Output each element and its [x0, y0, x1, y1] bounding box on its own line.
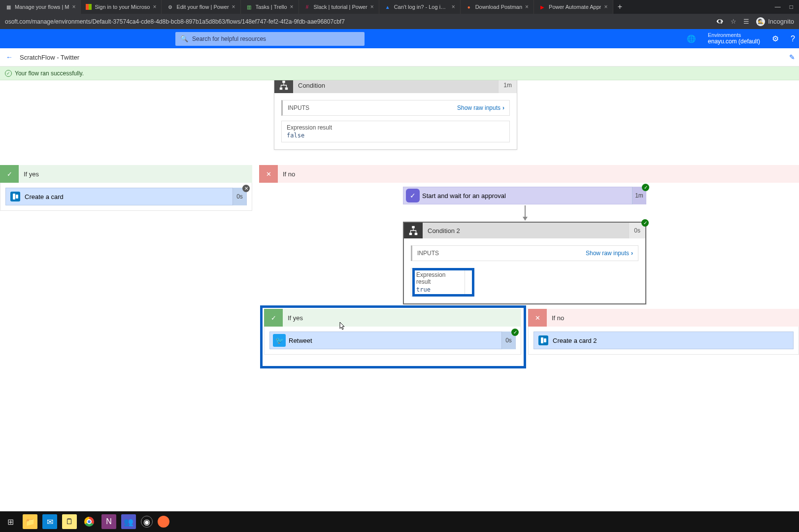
show-raw-inputs-link[interactable]: Show raw inputs ›: [586, 250, 633, 257]
condition-icon: [404, 223, 423, 238]
favicon-youtube: ▶: [539, 3, 546, 10]
action-title: Create a card: [25, 193, 64, 200]
tab-label: Power Automate Appr: [549, 4, 601, 10]
success-icon: ✓: [641, 219, 649, 227]
flow-canvas[interactable]: Condition 1m INPUTS Show raw inputs › Ex…: [0, 80, 799, 511]
expr-label: Expression result: [416, 271, 460, 285]
onenote-icon[interactable]: N: [101, 514, 116, 529]
incognito-icon: 🕵: [756, 17, 765, 26]
favicon-pa: ⚙: [166, 3, 173, 10]
skipped-icon: ✕: [242, 185, 250, 192]
edit-icon[interactable]: ✎: [789, 53, 795, 61]
explorer-icon[interactable]: 📁: [23, 514, 37, 529]
postman-icon[interactable]: [158, 516, 169, 528]
approval-action[interactable]: ✓ Start and wait for an approval 1m ✓: [403, 187, 646, 204]
start-button[interactable]: ⊞: [3, 514, 18, 529]
windows-taskbar: ⊞ 📁 ✉ 🗒 N 👥 ◉: [0, 511, 799, 532]
cross-icon: ✕: [528, 309, 547, 327]
expr-label: Expression result: [287, 124, 504, 131]
close-icon[interactable]: ×: [525, 3, 529, 10]
svg-rect-1: [280, 88, 283, 90]
search-box[interactable]: 🔍 Search for helpful resources: [175, 32, 365, 46]
svg-rect-5: [415, 233, 418, 235]
favicon-trello: ▥: [246, 3, 253, 10]
url-text[interactable]: osoft.com/manage/environments/Default-37…: [5, 18, 711, 25]
help-icon[interactable]: ?: [791, 34, 795, 43]
flow-header: ← ScratchFlow - Twitter ✎: [0, 48, 799, 66]
address-bar: osoft.com/manage/environments/Default-37…: [0, 14, 799, 29]
environment-icon[interactable]: 🌐: [687, 34, 696, 43]
bookmark-icon[interactable]: ☆: [731, 18, 736, 25]
success-icon: ✓: [642, 184, 649, 191]
favicon-atlassian: ▲: [384, 3, 391, 10]
tab-atlassian[interactable]: ▲ Can't log in? - Log in w ×: [379, 0, 461, 14]
if-yes-header[interactable]: ✓ If yes: [0, 165, 252, 183]
new-tab-button[interactable]: +: [613, 0, 627, 14]
tab-label: Download Postman: [475, 4, 522, 10]
tab-label: Slack | tutorial | Power: [314, 4, 367, 10]
action-title: Retweet: [289, 337, 312, 344]
if-no-header[interactable]: ✕ If no: [259, 165, 799, 183]
close-icon[interactable]: ×: [452, 3, 455, 10]
favicon-slack: #: [304, 3, 311, 10]
maximize-icon[interactable]: □: [790, 3, 793, 10]
incognito-badge: 🕵 Incognito: [756, 17, 794, 26]
favicon-ms: [86, 4, 92, 10]
svg-rect-2: [285, 88, 288, 90]
trello-create-card2-action[interactable]: Create a card 2: [533, 332, 794, 349]
tab-trello[interactable]: ▥ Tasks | Trello ×: [241, 0, 299, 14]
chevron-right-icon: ›: [502, 104, 504, 111]
obs-icon[interactable]: ◉: [141, 516, 153, 528]
raw-link-text: Show raw inputs: [586, 250, 629, 257]
svg-rect-3: [412, 226, 415, 229]
condition-card[interactable]: Condition 1m INPUTS Show raw inputs › Ex…: [274, 80, 517, 150]
tracking-off-icon[interactable]: 👁‍🗨: [716, 18, 724, 25]
gear-icon[interactable]: ⚙: [772, 34, 779, 43]
show-raw-inputs-link[interactable]: Show raw inputs ›: [457, 104, 504, 111]
trello-icon: [534, 332, 553, 349]
teams-icon[interactable]: 👥: [121, 514, 136, 529]
tab-postman[interactable]: ● Download Postman ×: [461, 0, 534, 14]
if-no-label: If no: [278, 170, 300, 178]
tab-label: Can't log in? - Log in w: [394, 4, 449, 10]
tab-signin[interactable]: Sign in to your Microso ×: [81, 0, 162, 14]
tab-label: Tasks | Trello: [256, 4, 287, 10]
if-yes-label: If yes: [19, 170, 44, 178]
close-icon[interactable]: ×: [153, 3, 156, 10]
tab-manage-flows[interactable]: ▦ Manage your flows | M ×: [0, 0, 81, 14]
favicon-postman: ●: [466, 3, 472, 10]
back-button[interactable]: ←: [6, 53, 13, 61]
favicon-flow: ▦: [5, 3, 12, 10]
check-icon: ✓: [5, 70, 12, 77]
svg-rect-0: [282, 81, 285, 83]
expression-result-box: Expression result true: [411, 268, 465, 297]
reading-list-icon[interactable]: ☰: [743, 18, 749, 25]
minimize-icon[interactable]: —: [775, 3, 781, 10]
if-no-header[interactable]: ✕ If no: [528, 309, 799, 327]
env-label: Environments: [708, 32, 760, 38]
tab-youtube[interactable]: ▶ Power Automate Appr ×: [534, 0, 613, 14]
action-title: Create a card 2: [553, 337, 597, 344]
condition2-card[interactable]: Condition 2 0s ✓ INPUTS Show raw inputs …: [403, 222, 646, 304]
if-yes-header[interactable]: ✓ If yes: [264, 309, 521, 327]
raw-link-text: Show raw inputs: [457, 104, 500, 111]
tab-edit-flow[interactable]: ⚙ Edit your flow | Power ×: [162, 0, 240, 14]
close-icon[interactable]: ×: [232, 3, 235, 10]
approval-icon: ✓: [403, 187, 422, 204]
trello-create-card-action[interactable]: Create a card 0s ✕: [5, 188, 247, 205]
close-icon[interactable]: ×: [290, 3, 294, 10]
close-icon[interactable]: ×: [72, 3, 75, 10]
stickynotes-icon[interactable]: 🗒: [62, 514, 77, 529]
environment-picker[interactable]: Environments enayu.com (default): [708, 32, 760, 45]
close-icon[interactable]: ×: [370, 3, 374, 10]
close-icon[interactable]: ×: [604, 3, 607, 10]
twitter-retweet-action[interactable]: 🐦 Retweet 0s ✓: [269, 332, 516, 349]
flow-title: ScratchFlow - Twitter: [20, 54, 79, 61]
tab-slack[interactable]: # Slack | tutorial | Power ×: [299, 0, 379, 14]
expr-value: true: [416, 286, 460, 293]
check-icon: ✓: [264, 309, 283, 327]
mail-icon[interactable]: ✉: [42, 514, 57, 529]
action-title: Start and wait for an approval: [422, 192, 506, 200]
window-buttons: — □: [769, 0, 799, 14]
chrome-icon[interactable]: [82, 514, 97, 529]
